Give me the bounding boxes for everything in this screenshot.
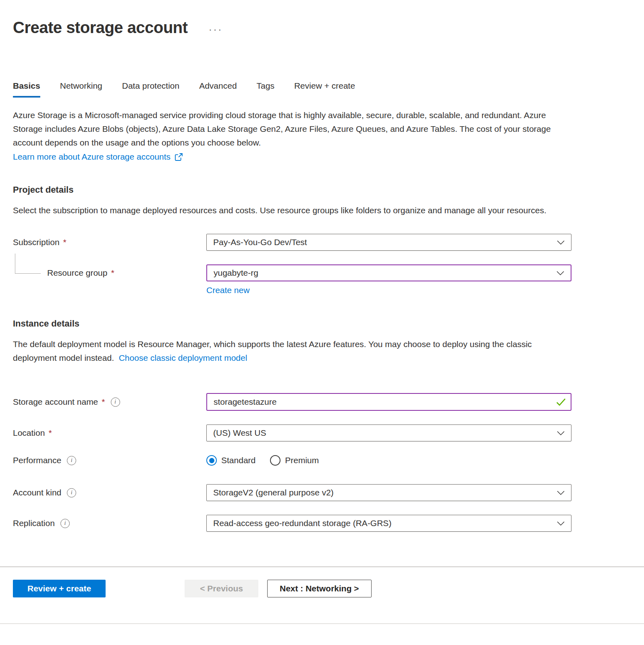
radio-premium-label: Premium [285,456,319,465]
tab-review-create[interactable]: Review + create [294,81,355,98]
tab-basics[interactable]: Basics [13,81,40,98]
storage-account-name-label-text: Storage account name [13,397,98,407]
chevron-down-icon [557,271,564,275]
replication-label-text: Replication [13,518,55,528]
replication-label: Replication i [13,518,206,528]
performance-label-text: Performance [13,456,61,465]
learn-more-link[interactable]: Learn more about Azure storage accounts [13,150,183,164]
tab-tags[interactable]: Tags [257,81,274,98]
location-value: (US) West US [213,428,266,438]
required-asterisk: * [63,237,66,247]
info-icon[interactable]: i [60,519,70,528]
performance-row: Performance i Standard Premium [13,455,631,466]
resource-group-value: yugabyte-rg [214,268,258,278]
intro-text: Azure Storage is a Microsoft-managed ser… [13,108,573,150]
subscription-label-text: Subscription [13,237,60,247]
resource-group-label-text: Resource group [47,268,107,278]
location-label: Location * [13,428,206,438]
instance-details-heading: Instance details [13,318,631,329]
instance-details-description: The default deployment model is Resource… [13,337,573,365]
external-link-icon [175,153,183,161]
performance-label: Performance i [13,456,206,465]
subscription-row: Subscription * Pay-As-You-Go Dev/Test [13,234,631,251]
required-asterisk: * [111,268,114,278]
radio-standard[interactable]: Standard [206,455,256,466]
subscription-value: Pay-As-You-Go Dev/Test [213,237,307,247]
learn-more-link-label: Learn more about Azure storage accounts [13,150,170,164]
account-kind-row: Account kind i StorageV2 (general purpos… [13,484,631,501]
resource-group-label: Resource group * [13,268,206,278]
wizard-tabs: Basics Networking Data protection Advanc… [13,81,631,98]
tab-networking[interactable]: Networking [60,81,102,98]
location-label-text: Location [13,428,45,438]
classic-deployment-link[interactable]: Choose classic deployment model [119,351,247,365]
chevron-down-icon [557,240,565,245]
tab-data-protection[interactable]: Data protection [122,81,179,98]
subscription-label: Subscription * [13,237,206,247]
valid-check-icon [556,398,566,406]
storage-account-name-input[interactable] [206,393,571,411]
resource-group-dropdown[interactable]: yugabyte-rg [206,264,571,281]
next-networking-button[interactable]: Next : Networking > [267,580,372,597]
account-kind-dropdown[interactable]: StorageV2 (general purpose v2) [206,484,571,501]
footer-divider [0,566,644,567]
storage-account-name-label: Storage account name * i [13,397,206,407]
required-asterisk: * [48,428,52,438]
radio-standard-label: Standard [221,456,256,465]
project-details-description: Select the subscription to manage deploy… [13,204,573,217]
account-kind-value: StorageV2 (general purpose v2) [213,488,334,497]
create-storage-account-page: Create storage account ··· Basics Networ… [0,19,644,532]
radio-premium[interactable]: Premium [270,455,319,466]
create-new-link[interactable]: Create new [206,285,249,295]
chevron-down-icon [557,431,565,435]
indent-connector-line [15,254,41,274]
bottom-divider [0,623,644,624]
radio-selected-icon [206,455,217,466]
replication-row: Replication i Read-access geo-redundant … [13,515,631,532]
location-row: Location * (US) West US [13,424,631,441]
account-kind-label-text: Account kind [13,488,61,497]
location-dropdown[interactable]: (US) West US [206,424,571,441]
replication-value: Read-access geo-redundant storage (RA-GR… [213,518,391,528]
tab-advanced[interactable]: Advanced [199,81,237,98]
subscription-dropdown[interactable]: Pay-As-You-Go Dev/Test [206,234,571,251]
previous-button[interactable]: < Previous [185,580,258,597]
storage-account-name-row: Storage account name * i [13,393,631,411]
info-icon[interactable]: i [67,456,76,465]
footer-actions: Review + create < Previous Next : Networ… [0,580,644,597]
review-create-button[interactable]: Review + create [13,580,106,597]
account-kind-label: Account kind i [13,488,206,497]
info-icon[interactable]: i [67,488,76,497]
chevron-down-icon [557,491,565,495]
resource-group-row: Resource group * yugabyte-rg [13,264,631,281]
more-actions-icon[interactable]: ··· [209,21,223,35]
page-title: Create storage account [13,19,188,37]
project-details-heading: Project details [13,185,631,195]
replication-dropdown[interactable]: Read-access geo-redundant storage (RA-GR… [206,515,571,532]
instance-details-description-text: The default deployment model is Resource… [13,339,532,362]
required-asterisk: * [102,397,105,407]
performance-radio-group: Standard Premium [206,455,571,466]
chevron-down-icon [557,521,565,526]
page-header: Create storage account ··· [13,19,631,37]
info-icon[interactable]: i [111,397,120,407]
radio-unselected-icon [270,455,280,466]
